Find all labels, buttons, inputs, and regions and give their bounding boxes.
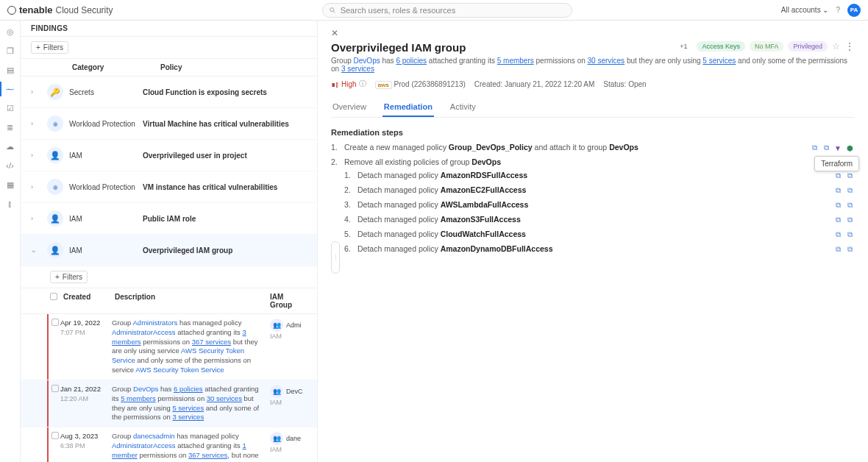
copy-icon[interactable]: ⧉ — [844, 230, 855, 240]
copy-icon[interactable]: ⧉ — [833, 230, 843, 240]
close-button[interactable]: ✕ — [331, 28, 855, 38]
group-icon: 👥 — [270, 319, 283, 332]
aws-tag: aws — [375, 81, 392, 89]
topbar: tenable Cloud Security Search users, rol… — [0, 0, 868, 21]
badge-access-keys[interactable]: Access Keys — [697, 41, 745, 51]
copy-icon[interactable]: ⧉ — [833, 171, 843, 181]
row-checkbox[interactable] — [51, 432, 59, 439]
badge-plus[interactable]: +1 — [675, 41, 692, 51]
detail-description: Group DevOps has 6 policies attached gra… — [331, 57, 855, 73]
nav-server-icon[interactable]: ▦ — [5, 180, 15, 190]
remediation-substep: 2.Detach managed policy AmazonEC2FullAcc… — [344, 185, 855, 196]
nav-findings-icon[interactable]: ⁓ — [5, 84, 15, 94]
sub-row[interactable]: Aug 3, 20236:38 PM Group danecsadmin has… — [21, 427, 317, 462]
sub-row-description: Group Administrators has managed policy … — [112, 319, 270, 375]
nav-doc-icon[interactable]: ▤ — [5, 65, 15, 75]
tab-overview[interactable]: Overview — [331, 98, 368, 117]
logo: tenable Cloud Security — [7, 4, 113, 15]
badge-no-mfa[interactable]: No MFA — [750, 41, 784, 51]
remediation-substep: 3.Detach managed policy AWSLambdaFullAcc… — [344, 200, 855, 210]
plus-icon: + — [55, 273, 60, 281]
nav-stack-icon[interactable]: ≣ — [5, 122, 15, 132]
copy-icon[interactable]: ⧉ — [833, 185, 843, 196]
account-label: Prod (226386891213) — [394, 80, 465, 88]
avatar[interactable]: PA — [847, 4, 861, 17]
copy-icon[interactable]: ⧉ — [844, 215, 855, 225]
accounts-dropdown[interactable]: All accounts ⌄ — [781, 6, 829, 14]
filters-button[interactable]: +Filters — [31, 41, 68, 54]
copy-icon[interactable]: ⧉ — [844, 185, 855, 196]
finding-row[interactable]: › ⎈ Workload Protection Virtual Machine … — [21, 108, 317, 140]
remediation-step: 2. Remove all existing policies of group… — [331, 157, 855, 166]
tooltip-terraform: Terraform — [814, 156, 859, 171]
workload-icon: ⎈ — [47, 115, 63, 132]
brand-main: tenable — [19, 4, 53, 15]
tab-remediation[interactable]: Remediation — [383, 98, 434, 117]
hashicorp-icon[interactable]: ⬢ — [844, 143, 855, 153]
plus-icon: + — [36, 43, 40, 51]
search-input[interactable]: Search users, roles & resources — [322, 3, 572, 18]
col-policy: Policy — [160, 63, 307, 71]
finding-row[interactable]: ⌄ 👤 IAM Overprivileged IAM group — [21, 235, 317, 266]
remediation-substep: 5.Detach managed policy CloudWatchFullAc… — [344, 230, 855, 240]
detail-panel: ✕ Overprivileged IAM group +1 Access Key… — [318, 21, 868, 462]
sub-filters-button[interactable]: +Filters — [50, 271, 88, 283]
select-all-checkbox[interactable] — [50, 293, 57, 300]
created-label: Created: January 21, 2022 12:20 AM — [474, 80, 594, 88]
findings-title: FINDINGS — [31, 24, 68, 32]
info-icon[interactable]: ⓘ — [359, 79, 366, 89]
finding-row[interactable]: › ⎈ Workload Protection VM instance has … — [21, 171, 317, 203]
tab-activity[interactable]: Activity — [449, 98, 477, 117]
left-nav-rail: ◎ ❒ ▤ ⁓ ☑ ≣ ☁ ‹/› ▦ ⫿ — [0, 21, 21, 462]
help-icon[interactable]: ? — [836, 6, 840, 14]
group-icon: 👥 — [270, 432, 283, 445]
col-category: Category — [72, 63, 160, 71]
logo-icon — [7, 6, 16, 15]
copy-icon[interactable]: ⧉ — [809, 143, 819, 153]
sub-table-header: Created Description IAM Group — [21, 288, 317, 314]
sub-row[interactable]: Apr 19, 20227:07 PM Group Administrators… — [21, 314, 317, 380]
chevron-down-icon: ⌄ — [31, 246, 41, 254]
chevron-right-icon: › — [31, 88, 41, 96]
finding-row[interactable]: › 👤 IAM Overprivileged user in project — [21, 140, 317, 171]
chevron-right-icon: › — [31, 215, 41, 222]
sub-row-description: Group danecsadmin has managed policy Adm… — [112, 432, 270, 462]
nav-check-icon[interactable]: ☑ — [5, 103, 15, 113]
finding-row[interactable]: › 🔑 Secrets Cloud Function is exposing s… — [21, 77, 317, 108]
group-icon: 👥 — [270, 385, 283, 398]
copy-icon[interactable]: ⧉ — [844, 171, 855, 181]
row-checkbox[interactable] — [51, 385, 59, 392]
iam-icon: 👤 — [47, 210, 63, 227]
detail-title: Overprivileged IAM group — [331, 41, 466, 54]
row-checkbox[interactable] — [51, 319, 59, 326]
nav-cloud-icon[interactable]: ☁ — [5, 141, 15, 152]
chevron-down-icon: ⌄ — [822, 6, 828, 14]
copy-icon[interactable]: ⧉ — [833, 215, 843, 225]
finding-row[interactable]: › 👤 IAM Public IAM role — [21, 203, 317, 235]
copy-icon[interactable]: ⧉ — [833, 200, 843, 210]
nav-chart-icon[interactable]: ⫿ — [5, 199, 15, 209]
copy-icon[interactable]: ⧉ — [844, 244, 855, 255]
terraform-icon[interactable]: ▼ — [833, 143, 843, 153]
nav-code-icon[interactable]: ‹/› — [5, 160, 15, 171]
status-label: Status: Open — [603, 80, 646, 88]
favorite-icon[interactable]: ☆ — [832, 41, 840, 51]
chevron-right-icon: › — [31, 183, 41, 191]
badge-privileged[interactable]: Privileged — [788, 41, 828, 51]
brand-sub: Cloud Security — [56, 5, 113, 15]
remediation-substep: 1.Detach managed policy AmazonRDSFullAcc… — [344, 171, 855, 181]
sub-row[interactable]: Jan 21, 202212:20 AM Group DevOps has 6 … — [21, 380, 317, 427]
nav-cube-icon[interactable]: ❒ — [5, 46, 15, 56]
remediation-title: Remediation steps — [331, 128, 855, 137]
findings-columns: Category Policy — [21, 59, 317, 77]
copy-icon[interactable]: ⧉ — [844, 200, 855, 210]
detail-meta: ∎⫿High ⓘ aws Prod (226386891213) Created… — [331, 79, 855, 89]
copy-icon[interactable]: ⧉ — [833, 244, 843, 255]
remediation-step: 1. Create a new managed policy Group_Dev… — [331, 143, 855, 153]
severity-icon: ∎⫿ — [331, 80, 339, 88]
nav-dashboard-icon[interactable]: ◎ — [5, 26, 15, 37]
copy-icon[interactable]: ⧉ — [821, 143, 831, 153]
remediation-substep: 4.Detach managed policy AmazonS3FullAcce… — [344, 215, 855, 225]
more-menu-icon[interactable]: ⋮ — [844, 43, 855, 49]
secrets-icon: 🔑 — [47, 84, 63, 100]
